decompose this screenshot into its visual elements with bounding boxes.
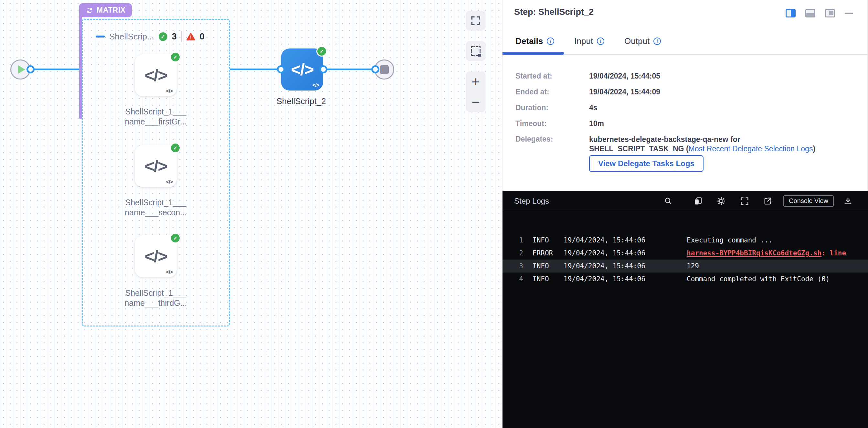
detail-row-ended: Ended at: 19/04/2024, 15:44:09 bbox=[516, 88, 660, 96]
edge-matrix-to-step2 bbox=[230, 68, 281, 70]
log-line-highlighted[interactable]: 3INFO19/04/2024, 15:44:06129 bbox=[502, 259, 868, 273]
node-label: ShellScript_1___ name___secon... bbox=[107, 197, 204, 218]
node-shellscript-2-label: ShellScript_2 bbox=[253, 96, 350, 106]
code-mini-icon: </> bbox=[166, 88, 173, 94]
node-shellscript-1-second[interactable]: ✓ </> </> bbox=[135, 145, 177, 187]
info-icon[interactable]: i bbox=[547, 37, 554, 45]
canvas-select-button[interactable] bbox=[466, 41, 486, 61]
zoom-in-button[interactable]: + bbox=[466, 71, 486, 92]
pipeline-canvas[interactable]: MATRIX ShellScrip... ✓ 3 0 ✓ </> </> She… bbox=[0, 0, 502, 428]
success-badge-icon: ✓ bbox=[170, 52, 181, 62]
delegate-task: SHELL_SCRIPT_TASK_NG ( bbox=[589, 145, 689, 153]
code-icon: </> bbox=[145, 66, 167, 85]
success-check-icon: ✓ bbox=[159, 32, 167, 41]
log-lines: 1INFO19/04/2024, 15:44:06Executing comma… bbox=[502, 234, 868, 285]
play-icon bbox=[18, 65, 25, 74]
node-in-port[interactable] bbox=[277, 65, 285, 73]
detail-row-timeout: Timeout: 10m bbox=[516, 119, 604, 128]
warning-triangle-icon bbox=[186, 33, 195, 41]
header-divider bbox=[181, 31, 182, 42]
node-out-port[interactable] bbox=[319, 65, 328, 73]
stop-icon bbox=[380, 65, 389, 74]
step-logs-header: Step Logs bbox=[502, 191, 868, 211]
canvas-zoom-control: + − bbox=[466, 71, 486, 112]
layout-floating-panel-icon[interactable] bbox=[825, 9, 835, 18]
loop-icon bbox=[86, 6, 93, 14]
detail-row-started: Started at: 19/04/2024, 15:44:05 bbox=[516, 72, 660, 81]
code-icon: </> bbox=[291, 60, 313, 79]
view-delegate-tasks-logs-button[interactable]: View Delegate Tasks Logs bbox=[589, 155, 704, 172]
info-icon[interactable]: i bbox=[653, 37, 661, 45]
success-badge-icon: ✓ bbox=[170, 143, 181, 153]
tab-details[interactable]: Details i bbox=[516, 36, 554, 46]
code-icon: </> bbox=[145, 247, 167, 266]
tab-input[interactable]: Input i bbox=[574, 36, 604, 46]
open-logs-new-window-icon[interactable] bbox=[763, 196, 772, 206]
code-icon: </> bbox=[145, 156, 167, 176]
zoom-out-button[interactable]: − bbox=[466, 92, 486, 112]
matrix-group-title: ShellScrip... bbox=[109, 32, 154, 42]
success-count: 3 bbox=[172, 32, 177, 42]
tab-output[interactable]: Output i bbox=[624, 36, 661, 46]
log-line[interactable]: 4INFO19/04/2024, 15:44:06Command complet… bbox=[502, 273, 868, 285]
start-node-out-port[interactable] bbox=[27, 65, 35, 73]
panel-layout-controls bbox=[785, 9, 853, 18]
code-mini-icon: </> bbox=[166, 269, 173, 275]
search-logs-icon[interactable] bbox=[664, 196, 673, 206]
node-shellscript-2[interactable]: ✓ </> </> bbox=[281, 49, 323, 91]
matrix-group-header: ShellScrip... ✓ 3 0 bbox=[96, 31, 205, 42]
success-badge-icon: ✓ bbox=[316, 46, 327, 57]
minimize-panel-icon[interactable] bbox=[845, 12, 853, 14]
panel-tabs: Details i Input i Output i bbox=[516, 36, 661, 46]
edge-start-to-matrix bbox=[30, 68, 82, 70]
log-line[interactable]: 1INFO19/04/2024, 15:44:06Executing comma… bbox=[502, 234, 868, 247]
layout-bottom-panel-icon[interactable] bbox=[805, 9, 815, 18]
code-mini-icon: </> bbox=[166, 179, 173, 185]
step-details-panel: Step: ShellScript_2 Details i Input i Ou… bbox=[502, 0, 868, 191]
selection-icon bbox=[471, 46, 480, 56]
step-logs-panel: Step Logs bbox=[502, 191, 868, 428]
active-tab-underline bbox=[502, 52, 564, 55]
step-logs-title: Step Logs bbox=[514, 196, 549, 206]
code-mini-icon: </> bbox=[312, 83, 319, 88]
node-shellscript-1-first[interactable]: ✓ </> </> bbox=[135, 54, 177, 96]
panel-title: Step: ShellScript_2 bbox=[514, 7, 594, 17]
layout-right-panel-icon[interactable] bbox=[785, 9, 796, 18]
console-view-button[interactable]: Console View bbox=[783, 195, 834, 207]
matrix-accent-strip bbox=[79, 14, 82, 119]
delegate-selection-logs-link[interactable]: Most Recent Delegate Selection Logs bbox=[689, 145, 813, 153]
matrix-badge-label: MATRIX bbox=[97, 6, 125, 14]
info-icon[interactable]: i bbox=[597, 37, 604, 45]
detail-row-duration: Duration: 4s bbox=[516, 103, 597, 112]
node-label: ShellScript_1___ name___thirdG... bbox=[107, 288, 204, 308]
collapse-group-icon[interactable] bbox=[96, 36, 105, 37]
canvas-fullscreen-button[interactable] bbox=[466, 11, 486, 31]
edge-step2-to-end bbox=[323, 68, 375, 70]
matrix-badge[interactable]: MATRIX bbox=[79, 3, 132, 17]
copy-logs-icon[interactable] bbox=[693, 196, 703, 206]
download-logs-icon[interactable] bbox=[843, 196, 852, 206]
expand-logs-icon[interactable] bbox=[740, 196, 749, 206]
log-line[interactable]: 2ERROR19/04/2024, 15:44:06harness-BYPP4b… bbox=[502, 247, 868, 259]
success-badge-icon: ✓ bbox=[170, 233, 181, 243]
error-script-link[interactable]: harness-BYPP4bBIRqisKCo6dteGZg.sh bbox=[687, 249, 822, 257]
harness-pipeline-execution-screen: MATRIX ShellScrip... ✓ 3 0 ✓ </> </> She… bbox=[0, 0, 868, 428]
fullscreen-icon bbox=[470, 16, 481, 26]
node-label: ShellScript_1___ name___firstGr... bbox=[107, 107, 204, 127]
log-settings-icon[interactable] bbox=[717, 196, 726, 206]
node-shellscript-1-third[interactable]: ✓ </> </> bbox=[135, 235, 177, 277]
fail-count: 0 bbox=[200, 32, 205, 42]
end-node-in-port[interactable] bbox=[371, 65, 379, 73]
delegate-name: kubernetes-delegate-backstage-qa-new for bbox=[589, 135, 740, 144]
detail-row-delegates: Delegates: kubernetes-delegate-backstage… bbox=[516, 135, 815, 154]
